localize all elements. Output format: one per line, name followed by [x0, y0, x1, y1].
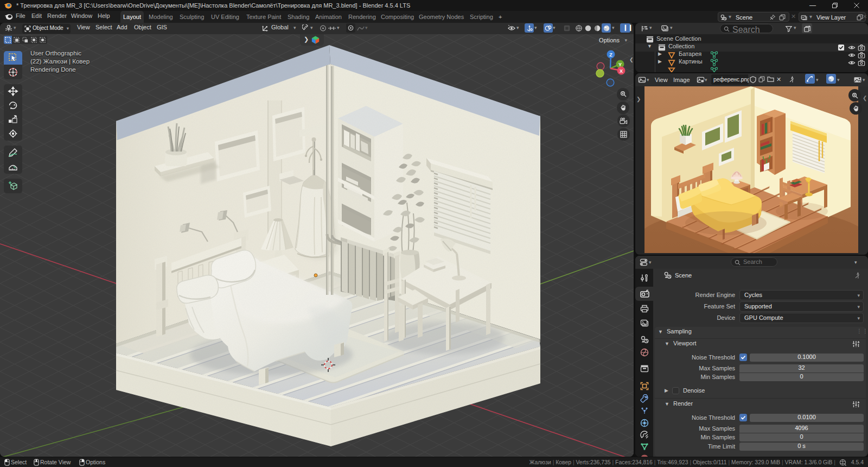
svg-text:Z: Z [609, 52, 612, 58]
svg-text:X: X [620, 68, 623, 74]
svg-text:Y: Y [618, 62, 622, 67]
